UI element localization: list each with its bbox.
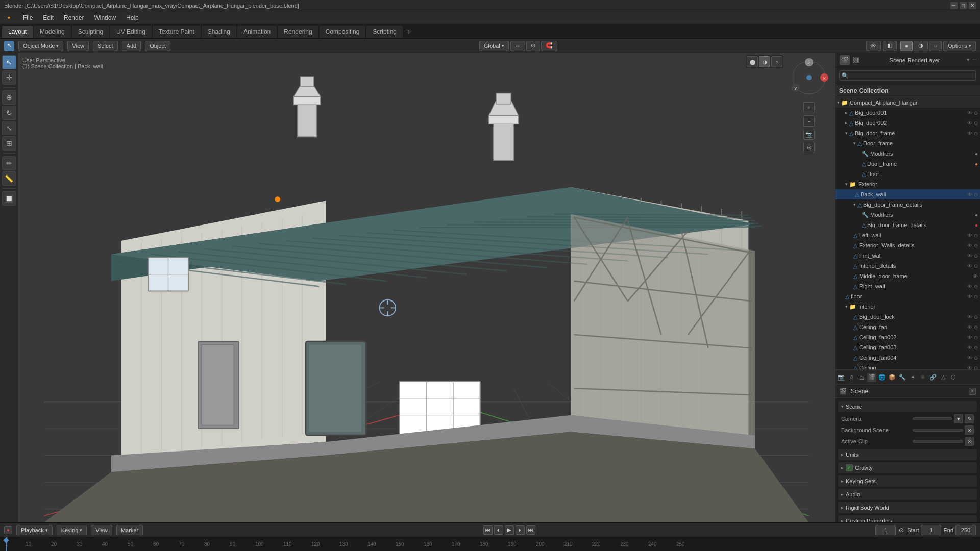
outliner-item-interior[interactable]: ▾ 📁 Interior: [835, 302, 980, 312]
world-props-icon[interactable]: 🌐: [877, 373, 887, 382]
orbit-gizmo[interactable]: X Z Y: [789, 57, 829, 98]
outliner-item-leftwall[interactable]: △ Left_wall 👁 ⊙: [835, 230, 980, 240]
units-section-collapse[interactable]: ▸ Units: [838, 449, 977, 460]
outliner-item-ceiling[interactable]: △ Ceiling 👁 ⊙: [835, 363, 980, 369]
tab-layout[interactable]: Layout: [2, 26, 33, 38]
camera-view-btn[interactable]: 📷: [803, 129, 815, 140]
play-btn[interactable]: ▶: [505, 525, 514, 535]
jump-start-btn[interactable]: ⏮: [483, 525, 493, 535]
zoom-in-btn[interactable]: +: [803, 102, 815, 113]
custom-props-collapse[interactable]: ▸ Custom Properties: [838, 515, 977, 522]
outliner-search-input[interactable]: [851, 72, 973, 79]
3d-viewport[interactable]: User Perspective (1) Scene Collection | …: [18, 53, 835, 522]
renderlayer-icon[interactable]: 🖼: [851, 55, 861, 65]
outliner-item-ceilingfan[interactable]: △ Ceiling_fan 👁 ⊙: [835, 322, 980, 332]
outliner-item-middledoorframe[interactable]: △ Middle_door_frame 👁: [835, 271, 980, 281]
proportional-edit-btn[interactable]: ⊙: [526, 41, 540, 51]
close-button[interactable]: ✕: [969, 2, 976, 9]
menu-edit[interactable]: Edit: [38, 11, 59, 24]
view-menu[interactable]: View: [67, 41, 89, 51]
outliner-item-ceilingfan003[interactable]: △ Ceiling_fan003 👁 ⊙: [835, 342, 980, 353]
material-mode-btn[interactable]: ◑: [914, 41, 928, 51]
object-menu[interactable]: Object: [145, 41, 170, 51]
outliner-item-door[interactable]: △ Door: [835, 169, 980, 179]
active-clip-btn[interactable]: ⊙: [965, 437, 974, 446]
material-props-icon[interactable]: ⬡: [949, 373, 958, 382]
menu-render[interactable]: Render: [59, 11, 89, 24]
tab-shading[interactable]: Shading: [202, 26, 236, 38]
tab-texture-paint[interactable]: Texture Paint: [153, 26, 201, 38]
xray-toggle[interactable]: ◧: [883, 41, 897, 51]
render-mode-btn[interactable]: ○: [929, 41, 942, 51]
start-frame-input[interactable]: 1: [921, 525, 941, 535]
tab-animation[interactable]: Animation: [237, 26, 277, 38]
view-timeline-btn[interactable]: View: [91, 525, 112, 535]
transform-global[interactable]: Global: [479, 41, 509, 51]
particle-props-icon[interactable]: ✦: [908, 373, 917, 382]
output-props-icon[interactable]: 🖨: [847, 373, 856, 382]
camera-select-btn[interactable]: ▾: [954, 414, 963, 423]
outliner-item-bigdoorframe[interactable]: ▾ △ Big_door_frame 👁 ⊙: [835, 128, 980, 138]
outliner-item-modifiers2[interactable]: 🔧 Modifiers ●: [835, 210, 980, 220]
tab-uv-editing[interactable]: UV Editing: [110, 26, 152, 38]
outliner-item-bigdoorframedetails[interactable]: ▾ △ Big_door_frame_details: [835, 199, 980, 210]
gravity-checkbox[interactable]: ✓: [846, 464, 853, 471]
add-tool-btn[interactable]: 🔲: [2, 191, 16, 206]
outliner-item-interiordetails[interactable]: △ Interior_details 👁 ⊙: [835, 261, 980, 271]
menu-blender[interactable]: 🔸: [0, 11, 18, 24]
keying-dropdown[interactable]: Keying: [57, 525, 87, 535]
tab-sculpting[interactable]: Sculpting: [72, 26, 109, 38]
marker-btn[interactable]: Marker: [116, 525, 143, 535]
outliner-item-backwall[interactable]: △ Back_wall 👁 ⊙: [835, 189, 980, 199]
scene-tab-icon[interactable]: 🎬: [840, 55, 850, 65]
menu-window[interactable]: Window: [89, 11, 121, 24]
playback-dropdown[interactable]: Playback: [16, 525, 53, 535]
data-props-icon[interactable]: △: [939, 373, 948, 382]
object-props-icon[interactable]: 📦: [888, 373, 897, 382]
outliner-item-bigdoor002[interactable]: ▸ △ Big_door002 👁 ⊙: [835, 118, 980, 128]
maximize-button[interactable]: □: [960, 2, 967, 9]
rotate-tool-btn[interactable]: ↻: [2, 106, 16, 120]
jump-end-btn[interactable]: ⏭: [526, 525, 535, 535]
move-tool-btn[interactable]: ⊕: [2, 90, 16, 105]
funnel-icon[interactable]: ▾: [967, 57, 970, 63]
constraint-props-icon[interactable]: 🔗: [928, 373, 938, 382]
outliner-item-root[interactable]: ▾ 📁 Compact_Airplane_Hangar: [835, 97, 980, 108]
timeline-scrubber[interactable]: 1 10 20 30 40 50 60 70 80 90 100 110 120…: [0, 537, 980, 551]
render-props-icon[interactable]: 📷: [837, 373, 846, 382]
scene-section-collapse[interactable]: ▾ Scene: [838, 401, 977, 412]
gravity-section-collapse[interactable]: ▸ ✓ Gravity: [838, 462, 977, 473]
rigid-body-section-collapse[interactable]: ▸ Rigid Body World: [838, 502, 977, 513]
outliner-item-doorframe[interactable]: ▾ △ Door_frame: [835, 138, 980, 148]
annotate-tool-btn[interactable]: ✏: [2, 156, 16, 170]
viewport-render-preview[interactable]: ○: [771, 56, 782, 67]
solid-mode-btn[interactable]: ●: [900, 41, 913, 51]
modifier-props-icon[interactable]: 🔧: [898, 373, 907, 382]
camera-edit-btn[interactable]: ✎: [965, 414, 974, 423]
transform-tool-btn[interactable]: ⊞: [2, 136, 16, 151]
snap-btn[interactable]: 🧲: [541, 41, 557, 51]
focus-btn[interactable]: ⊙: [803, 142, 815, 153]
add-menu[interactable]: Add: [122, 41, 141, 51]
scene-new-btn[interactable]: +: [969, 388, 976, 395]
tab-scripting[interactable]: Scripting: [366, 26, 403, 38]
minimize-button[interactable]: ─: [950, 2, 958, 9]
tab-modeling[interactable]: Modeling: [34, 26, 71, 38]
outliner-item-frntwall[interactable]: △ Frnt_wall 👁 ⊙: [835, 251, 980, 261]
outliner-item-rightwall[interactable]: △ Right_wall 👁 ⊙: [835, 281, 980, 291]
zoom-out-btn[interactable]: -: [803, 115, 815, 127]
scene-props-icon[interactable]: 🎬: [867, 373, 876, 382]
options-menu[interactable]: Options: [943, 41, 976, 51]
outliner-item-bigdoorlock[interactable]: △ Big_door_lock 👁 ⊙: [835, 312, 980, 322]
outliner-item-floor[interactable]: △ floor 👁 ⊙: [835, 291, 980, 302]
physics-props-icon[interactable]: ⚛: [918, 373, 927, 382]
viewport-render-solid[interactable]: ⬤: [747, 56, 758, 67]
current-frame-input[interactable]: 1: [875, 525, 896, 535]
outliner-item-exteriorwalls[interactable]: △ Exterior_Walls_details 👁 ⊙: [835, 240, 980, 251]
view-layer-props-icon[interactable]: 🗂: [857, 373, 866, 382]
cursor-tool-btn[interactable]: ✛: [2, 70, 16, 85]
bg-scene-btn[interactable]: ⊙: [965, 425, 974, 435]
outliner-item-modifiers1[interactable]: 🔧 Modifiers ●: [835, 148, 980, 159]
record-btn[interactable]: ●: [4, 526, 12, 534]
menu-file[interactable]: File: [18, 11, 38, 24]
